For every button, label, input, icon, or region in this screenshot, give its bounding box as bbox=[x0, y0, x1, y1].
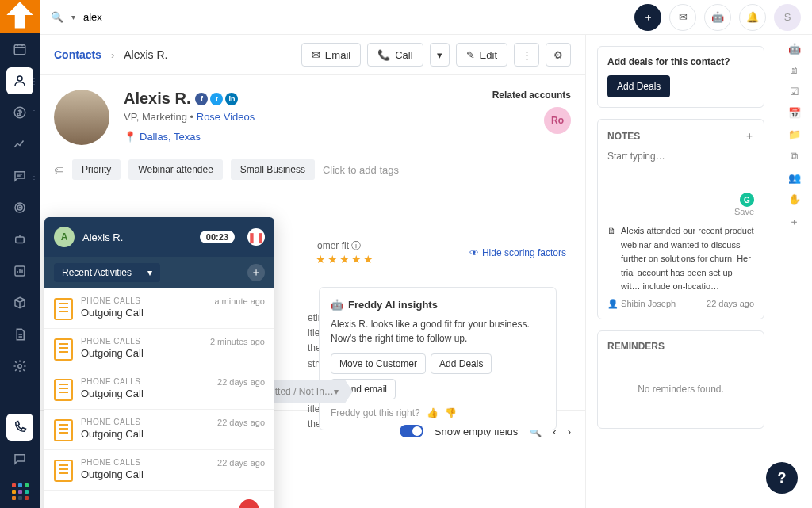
nav-settings[interactable] bbox=[6, 353, 33, 380]
nav-contacts[interactable]: ⋮ bbox=[6, 67, 33, 94]
more-menu[interactable]: ⋮ bbox=[514, 43, 539, 67]
note-icon: 🗎 bbox=[607, 224, 616, 294]
add-tag[interactable]: Click to add tags bbox=[323, 164, 399, 176]
thumbs-down-icon[interactable]: 👎 bbox=[445, 407, 457, 418]
customer-fit-label: omer fit ⓘ bbox=[317, 239, 361, 253]
note-icon bbox=[54, 460, 73, 482]
left-nav: ⋮ ⋮ ⋮ bbox=[0, 0, 40, 508]
nav-conversations[interactable]: ⋮ bbox=[6, 162, 33, 189]
caller-avatar: A bbox=[54, 227, 75, 247]
related-account-badge[interactable]: Ro bbox=[544, 107, 571, 134]
location-link[interactable]: Dallas, Texas bbox=[140, 131, 201, 143]
tag-item[interactable]: Webinar attendee bbox=[128, 159, 223, 180]
edit-button[interactable]: ✎ Edit bbox=[456, 43, 508, 67]
freddy-feedback-label: Freddy got this right? bbox=[331, 407, 420, 418]
notifications-icon[interactable]: 🔔 bbox=[739, 4, 766, 31]
rail-task-icon[interactable]: ☑ bbox=[790, 86, 799, 97]
customize-icon[interactable]: ⚙ bbox=[546, 43, 571, 67]
app-switcher[interactable] bbox=[0, 475, 40, 508]
reminders-heading: REMINDERS bbox=[607, 341, 665, 352]
next-icon[interactable]: › bbox=[568, 426, 571, 437]
note-input[interactable] bbox=[607, 151, 754, 190]
rail-copy-icon[interactable]: ⧉ bbox=[791, 150, 798, 162]
move-to-customer-button[interactable]: Move to Customer bbox=[331, 353, 426, 374]
freddy-icon[interactable]: 🤖 bbox=[704, 4, 731, 31]
tag-item[interactable]: Small Business bbox=[231, 159, 315, 180]
svg-point-1 bbox=[17, 76, 22, 81]
add-deals-button[interactable]: Add Deals bbox=[607, 75, 670, 97]
breadcrumb-contacts[interactable]: Contacts bbox=[54, 48, 102, 61]
pause-icon[interactable]: ❚❚ bbox=[247, 228, 265, 246]
save-note-button[interactable]: Save bbox=[607, 207, 754, 216]
company-link[interactable]: Rose Videos bbox=[197, 111, 255, 123]
note-author: 👤 Shibin Joseph bbox=[607, 299, 676, 309]
deals-card: Add deals for this contact? Add Deals bbox=[597, 46, 764, 108]
svg-rect-6 bbox=[16, 237, 25, 243]
call-activity-list: PHONE CALLSOutgoing Calla minute ago PHO… bbox=[44, 288, 274, 491]
add-deals-button[interactable]: Add Deals bbox=[431, 353, 492, 374]
search-input[interactable] bbox=[83, 11, 242, 23]
nav-chat[interactable] bbox=[6, 445, 33, 472]
nav-deals[interactable]: ⋮ bbox=[6, 99, 33, 126]
add-activity-button[interactable]: ＋ bbox=[247, 264, 265, 281]
related-accounts-label: Related accounts bbox=[492, 90, 571, 101]
nav-goals[interactable] bbox=[6, 194, 33, 221]
call-button[interactable]: 📞 Call bbox=[367, 43, 423, 67]
call-dropdown[interactable]: ▾ bbox=[430, 43, 450, 67]
hide-scoring-link[interactable]: 👁 Hide scoring factors bbox=[469, 247, 566, 258]
rail-file-icon[interactable]: 🗎 bbox=[789, 64, 799, 76]
search-icon[interactable]: 🔍 bbox=[51, 11, 63, 23]
customer-fit-stars: ★★★★★ bbox=[316, 253, 375, 265]
tag-item[interactable]: Priority bbox=[72, 159, 121, 180]
note-icon bbox=[54, 338, 73, 361]
right-rail: 🤖 🗎 ☑ 📅 📁 ⧉ 👥 ✋ ＋ bbox=[776, 35, 812, 508]
call-row[interactable]: PHONE CALLSOutgoing Call2 minutes ago bbox=[44, 329, 274, 369]
linkedin-icon[interactable]: in bbox=[225, 93, 238, 105]
search-scope-dropdown[interactable]: ▾ bbox=[71, 13, 75, 21]
chevron-right-icon: › bbox=[111, 49, 114, 61]
rail-hand-icon[interactable]: ✋ bbox=[788, 193, 801, 205]
contact-title: VP, Marketing bbox=[124, 111, 187, 123]
nav-reports[interactable] bbox=[6, 258, 33, 285]
notes-card: NOTES＋ G Save 🗎Alexis attended our recen… bbox=[597, 119, 764, 319]
reminders-empty: No reminders found. bbox=[607, 360, 754, 418]
nav-calendar[interactable] bbox=[6, 36, 33, 63]
twitter-icon[interactable]: t bbox=[210, 93, 223, 105]
email-button[interactable]: ✉ Email bbox=[301, 43, 362, 67]
svg-point-5 bbox=[19, 207, 21, 208]
breadcrumb: Contacts › Alexis R. ✉ Email 📞 Call ▾ ✎ … bbox=[40, 35, 585, 75]
deals-title: Add deals for this contact? bbox=[607, 56, 754, 67]
right-panel: Add deals for this contact? Add Deals NO… bbox=[585, 35, 776, 508]
rail-freddy-icon[interactable]: 🤖 bbox=[788, 43, 801, 55]
nav-analytics[interactable] bbox=[6, 131, 33, 158]
call-row[interactable]: PHONE CALLSOutgoing Call22 days ago bbox=[44, 450, 274, 491]
note-text[interactable]: Alexis attended our recent product webin… bbox=[621, 224, 754, 294]
call-row[interactable]: PHONE CALLSOutgoing Call22 days ago bbox=[44, 369, 274, 410]
app-logo[interactable] bbox=[0, 0, 40, 33]
rail-calendar-icon[interactable]: 📅 bbox=[788, 107, 801, 119]
help-button[interactable]: ? bbox=[766, 462, 798, 494]
hangup-button[interactable]: 📞 bbox=[238, 499, 260, 508]
show-empty-toggle[interactable] bbox=[400, 425, 423, 437]
rail-folder-icon[interactable]: 📁 bbox=[788, 128, 801, 140]
note-icon bbox=[54, 379, 73, 401]
nav-products[interactable] bbox=[6, 289, 33, 316]
note-icon bbox=[54, 419, 73, 441]
nav-bot[interactable] bbox=[6, 226, 33, 253]
call-row[interactable]: PHONE CALLSOutgoing Calla minute ago bbox=[44, 288, 274, 329]
thumbs-up-icon[interactable]: 👍 bbox=[427, 407, 439, 418]
inbox-icon[interactable]: ✉ bbox=[669, 4, 696, 31]
rail-people-icon[interactable]: 👥 bbox=[788, 172, 801, 184]
add-new-button[interactable]: ＋ bbox=[634, 4, 661, 31]
facebook-icon[interactable]: f bbox=[195, 93, 208, 105]
user-avatar[interactable]: S bbox=[774, 4, 801, 31]
recent-activities-dropdown[interactable]: Recent Activities▾ bbox=[54, 263, 160, 282]
location-icon: 📍 bbox=[124, 131, 136, 143]
call-row[interactable]: PHONE CALLSOutgoing Call22 days ago bbox=[44, 410, 274, 450]
svg-point-8 bbox=[18, 365, 22, 369]
add-note-icon[interactable]: ＋ bbox=[745, 129, 754, 143]
note-icon bbox=[54, 298, 73, 320]
rail-add-icon[interactable]: ＋ bbox=[789, 215, 799, 229]
nav-phone[interactable] bbox=[6, 414, 33, 441]
nav-documents[interactable] bbox=[6, 321, 33, 348]
